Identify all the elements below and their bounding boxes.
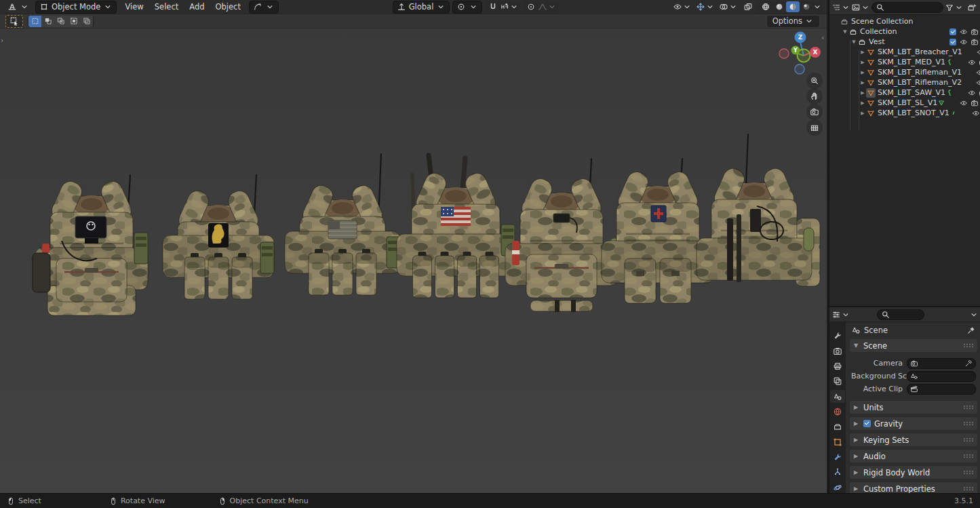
- outliner-row[interactable]: ▼Vest: [829, 37, 980, 47]
- select-mode-subtract[interactable]: [54, 16, 67, 27]
- vest-model-5[interactable]: [505, 159, 620, 312]
- pan-button[interactable]: [806, 88, 823, 104]
- properties-tab-scene[interactable]: [830, 390, 845, 402]
- outliner-row[interactable]: ▶SKM_LBT_Rifleman_V2: [829, 77, 980, 87]
- vest-model-7[interactable]: [697, 134, 820, 286]
- snap-target-dropdown[interactable]: [500, 1, 519, 12]
- outliner-row[interactable]: Scene Collection: [829, 16, 980, 26]
- hide-eye-toggle[interactable]: [959, 98, 968, 108]
- disclosure-right-icon[interactable]: ▶: [859, 80, 866, 85]
- drag-handle[interactable]: [963, 470, 973, 475]
- outliner-row[interactable]: ▶SKM_LBT_SAW_V1: [829, 87, 980, 98]
- properties-tab-particles[interactable]: [830, 466, 845, 478]
- panel-header-scene[interactable]: ▼Scene: [850, 339, 977, 352]
- vest-model-4[interactable]: [397, 155, 515, 298]
- outliner-editor-type-button[interactable]: [832, 2, 850, 13]
- hide-eye-toggle[interactable]: [976, 47, 980, 57]
- navigation-gizmo[interactable]: Z Y X: [777, 30, 825, 79]
- select-mode-invert[interactable]: [67, 16, 80, 27]
- new-collection-button[interactable]: [965, 2, 979, 13]
- drag-handle[interactable]: [963, 454, 973, 458]
- hide-eye-toggle[interactable]: [959, 27, 968, 37]
- active-tool-dropdown[interactable]: [249, 1, 279, 14]
- overlays-dropdown[interactable]: [718, 1, 739, 12]
- panel-header-keying-sets[interactable]: ▶ Keying Sets: [850, 433, 977, 446]
- menu-select[interactable]: Select: [149, 0, 184, 14]
- outliner-row[interactable]: ▶SKM_LBT_Rifleman_V1: [829, 67, 980, 77]
- property-field-background-sc-[interactable]: [907, 371, 976, 382]
- outliner-row[interactable]: ▼Collection: [829, 26, 980, 37]
- properties-tab-object[interactable]: [830, 436, 845, 448]
- hide-eye-toggle[interactable]: [975, 68, 980, 77]
- orientation-dropdown[interactable]: Global: [393, 1, 450, 14]
- drag-handle[interactable]: [963, 486, 973, 491]
- outliner-display-mode-dropdown[interactable]: [852, 2, 869, 13]
- proportional-editing-toggle[interactable]: [524, 1, 538, 12]
- exclude-checkbox[interactable]: [949, 28, 956, 35]
- editor-type-button[interactable]: [4, 1, 33, 13]
- gizmos-dropdown[interactable]: [695, 1, 716, 12]
- outliner-row[interactable]: ▶SKM_LBT_Breacher_V1: [829, 47, 980, 57]
- property-field-camera[interactable]: [907, 358, 976, 369]
- menu-object[interactable]: Object: [210, 0, 246, 14]
- select-mode-set[interactable]: [28, 16, 41, 27]
- shading-rendered-button[interactable]: [800, 1, 813, 12]
- render-visibility-toggle[interactable]: [970, 27, 979, 37]
- panel-header-custom-properties[interactable]: ▶ Custom Properties: [850, 482, 977, 494]
- vest-model-1[interactable]: [33, 175, 148, 315]
- xray-toggle[interactable]: [741, 1, 755, 12]
- select-mode-extend[interactable]: [41, 16, 54, 27]
- vest-model-2[interactable]: [163, 175, 274, 299]
- drag-handle[interactable]: [963, 343, 973, 348]
- properties-tab-world[interactable]: [830, 406, 845, 418]
- proportional-falloff-dropdown[interactable]: [538, 1, 557, 12]
- outliner-search-input[interactable]: [887, 3, 939, 12]
- disclosure-down-icon[interactable]: ▼: [850, 39, 857, 45]
- shading-material-button[interactable]: [786, 1, 800, 12]
- disclosure-right-icon[interactable]: ▶: [859, 111, 866, 116]
- viewport-canvas[interactable]: Z Y X ‹ ›: [0, 28, 827, 494]
- disclosure-right-icon[interactable]: ▶: [859, 60, 866, 65]
- properties-editor-type-button[interactable]: [832, 309, 850, 320]
- panel-header-gravity[interactable]: ▶ Gravity: [850, 417, 977, 430]
- properties-tab-modifiers[interactable]: [830, 451, 845, 463]
- sidebar-toggle-arrow[interactable]: ‹: [821, 34, 824, 41]
- hide-eye-toggle[interactable]: [975, 78, 980, 87]
- outliner-filter-dropdown[interactable]: [945, 2, 963, 13]
- zoom-button[interactable]: [806, 73, 823, 89]
- options-dropdown[interactable]: Options: [766, 15, 820, 28]
- menu-view[interactable]: View: [119, 0, 149, 14]
- gravity-checkbox[interactable]: [863, 420, 871, 427]
- mode-dropdown[interactable]: Object Mode: [35, 1, 117, 14]
- perspective-toggle-button[interactable]: [806, 119, 823, 136]
- disclosure-right-icon[interactable]: ▶: [859, 70, 866, 75]
- active-tool-button[interactable]: [5, 15, 23, 28]
- camera-view-button[interactable]: [806, 104, 823, 120]
- properties-tab-view-layer[interactable]: [830, 375, 845, 387]
- exclude-checkbox[interactable]: [949, 39, 956, 45]
- panel-header-rigid-body-world[interactable]: ▶ Rigid Body World: [850, 466, 977, 479]
- panel-header-audio[interactable]: ▶ Audio: [850, 450, 977, 463]
- hide-eye-toggle[interactable]: [967, 88, 977, 98]
- disclosure-right-icon[interactable]: ▶: [859, 100, 866, 106]
- hide-eye-toggle[interactable]: [959, 37, 968, 47]
- select-mode-intersect[interactable]: [80, 16, 93, 27]
- properties-tab-output[interactable]: [830, 360, 845, 372]
- vest-model-6[interactable]: [602, 159, 714, 303]
- drag-handle[interactable]: [963, 437, 973, 442]
- properties-tab-tool[interactable]: [830, 330, 845, 342]
- toolbar-toggle-arrow[interactable]: ›: [1, 37, 3, 44]
- disclosure-down-icon[interactable]: ▼: [842, 29, 848, 35]
- vest-model-3[interactable]: [285, 154, 400, 295]
- render-visibility-toggle[interactable]: [970, 37, 979, 47]
- disclosure-right-icon[interactable]: ▶: [859, 90, 866, 96]
- shading-solid-button[interactable]: [772, 1, 786, 12]
- properties-tab-collection[interactable]: [830, 421, 845, 433]
- property-field-active-clip[interactable]: [907, 384, 976, 395]
- render-visibility-toggle[interactable]: [970, 98, 979, 108]
- hide-eye-toggle[interactable]: [967, 58, 977, 67]
- menu-add[interactable]: Add: [184, 0, 210, 14]
- disclosure-right-icon[interactable]: ▶: [859, 50, 866, 55]
- outliner-row[interactable]: ▶SKM_LBT_SL_V1: [829, 98, 980, 108]
- hide-eye-toggle[interactable]: [971, 109, 980, 118]
